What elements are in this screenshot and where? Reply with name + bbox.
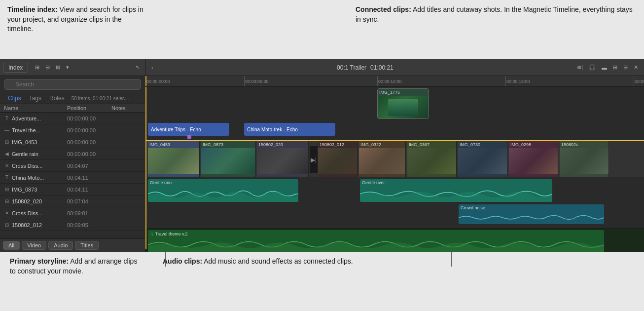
sidebar-btn-tag[interactable]: ⊟ — [43, 63, 52, 72]
ann-tr-title: Connected clips: — [356, 5, 411, 13]
ann-bl-title: Primary storyline: — [10, 257, 69, 265]
clip-row-1[interactable]: — Travel the... 00:00:00:00 — [0, 124, 145, 136]
timeline-toolbar: ‹ 00:1 Trailer 01:00:21 ≋| 🎧 ▬ ⊞ ⊟ ✕ — [145, 59, 644, 76]
sc1-label: IMG_0873 — [201, 141, 255, 148]
sidebar-btn-role[interactable]: ⊠ — [54, 63, 62, 72]
cc-china[interactable]: China Moto-trek - Echo — [244, 123, 335, 136]
connected-clips-bar: Adventure Trips - Echo China Moto-trek -… — [145, 120, 644, 138]
music-travel-theme[interactable]: ♫ Travel theme v.2 — [148, 230, 604, 252]
sc5-thumb — [407, 148, 456, 174]
col-pos: Position — [67, 105, 111, 111]
top-annotation-area: Timeline index: View and search for clip… — [0, 0, 644, 59]
clip-icon-9: ⊟ — [4, 222, 10, 228]
audio-gentle-rain[interactable]: Gentle rain — [148, 179, 298, 202]
story-clip-1[interactable]: IMG_0873 — [201, 141, 255, 177]
timeline-right-tools: ≋| 🎧 ▬ ⊞ ⊟ ✕ — [575, 63, 640, 72]
audio-gentle-river[interactable]: Gentle river — [360, 179, 552, 202]
story-clip-8[interactable]: 150802c — [560, 141, 609, 177]
tab-roles[interactable]: Roles — [45, 94, 69, 103]
sc2-label: 150802_020 — [257, 141, 308, 148]
annotation-bottom-left: Primary storyline: Add and arrange clips… — [0, 252, 153, 311]
clip-name-text-3: Gentle rain — [12, 151, 38, 157]
tl-btn-zoom[interactable]: ⊟ — [621, 63, 630, 72]
annotation-bottom-right: Audio clips: Add music and sound effects… — [153, 252, 644, 311]
clip-row-0[interactable]: T Adventure... 00:00:00:00 — [0, 113, 145, 124]
clip-row-8[interactable]: ✕ Cross Diss... 00:09:01 — [0, 207, 145, 219]
sc8-label: 150802c — [560, 141, 608, 148]
clip-icon-4: ✕ — [4, 163, 10, 168]
audio-gentle-river-label: Gentle river — [360, 179, 552, 186]
tl-btn-layout[interactable]: ⊞ — [611, 63, 619, 72]
img-1775-clip[interactable]: IMG_1775 — [377, 88, 429, 119]
search-bar — [4, 79, 141, 90]
ruler-line-3 — [505, 76, 506, 86]
filter-titles[interactable]: Titles — [75, 241, 99, 250]
filter-video[interactable]: Video — [22, 241, 46, 250]
sidebar-btn-more[interactable]: ▾ — [64, 63, 71, 72]
ann-tl-title: Timeline index: — [7, 5, 58, 13]
clip-icon-8: ✕ — [4, 210, 10, 216]
cc-adventure[interactable]: Adventure Trips - Echo — [148, 123, 229, 136]
sidebar-btn-clip[interactable]: ⊞ — [33, 63, 41, 72]
clip-icon-2: ⊟ — [4, 139, 10, 145]
cc-adventure-label: Adventure Trips - Echo — [151, 127, 201, 132]
filter-row: All Video Audio Titles — [0, 238, 145, 252]
clip-row-9[interactable]: ⊟ 150802_012 00:09:05 — [0, 219, 145, 231]
bottom-annotation-area: Primary storyline: Add and arrange clips… — [0, 252, 644, 311]
clip-name-text-5: China Moto... — [12, 175, 44, 181]
tab-tags[interactable]: Tags — [25, 94, 45, 103]
tl-btn-color[interactable]: ▬ — [600, 64, 609, 72]
ruler-mark-4: 00:00:20:00 — [634, 76, 644, 86]
index-tab[interactable]: Index — [3, 63, 28, 73]
tl-timecode: 01:00:21 — [370, 64, 394, 71]
audio-crowd-noise[interactable]: Crowd noise — [459, 204, 604, 224]
clip-row-4[interactable]: ✕ Cross Diss... 00:04:07 — [0, 160, 145, 172]
clip-name-4: ✕ Cross Diss... — [4, 163, 67, 169]
timeline-content[interactable]: 00:00:00:00 00:00:05:00 00:00:10:00 00:0… — [145, 76, 644, 252]
audio-crowd-wave — [459, 211, 604, 224]
clip-row-2[interactable]: ⊟ IMG_0453 00:00:00:00 — [0, 136, 145, 148]
story-clip-0[interactable]: IMG_0453 — [148, 141, 200, 177]
clip-name-8: ✕ Cross Diss... — [4, 210, 67, 216]
story-clip-6[interactable]: IMG_0730 — [458, 141, 507, 177]
timeline-playhead[interactable] — [145, 87, 146, 249]
clip-table-header: Name Position Notes — [0, 104, 145, 113]
sc6-thumb — [458, 148, 507, 174]
clip-row-7[interactable]: ⊟ 150802_020 00:07:04 — [0, 195, 145, 207]
audio-gentle-rain-wave — [148, 186, 298, 202]
story-clip-2[interactable]: 150802_020 — [257, 141, 309, 177]
tl-btn-close[interactable]: ✕ — [632, 63, 640, 72]
clip-pos-5: 00:04:11 — [67, 175, 111, 181]
tab-clips[interactable]: Clips — [4, 94, 25, 103]
ruler-mark-3: 00:00:15:00 — [505, 76, 530, 86]
clip-name-text-8: Cross Diss... — [12, 210, 42, 216]
clip-pos-2: 00:00:00:00 — [67, 139, 111, 145]
timeline-ruler: 00:00:00:00 00:00:05:00 00:00:10:00 00:0… — [145, 76, 644, 87]
clip-name-text-6: IMG_0873 — [12, 187, 37, 193]
clip-row-3[interactable]: ◀ Gentle rain 00:00:00:00 — [0, 148, 145, 160]
annotation-top-right: Connected clips: Add titles and cutaway … — [348, 0, 644, 59]
sidebar-btn-cursor[interactable]: ↖ — [134, 63, 142, 72]
sc2-thumb — [257, 148, 308, 174]
filter-audio[interactable]: Audio — [48, 241, 73, 250]
app-area: Index ⊞ ⊟ ⊠ ▾ ↖ Clips Tags Roles 50 item… — [0, 59, 644, 252]
tl-btn-waveform[interactable]: ≋| — [575, 63, 585, 72]
search-input[interactable] — [4, 79, 141, 90]
sc3-thumb — [318, 148, 357, 174]
tl-btn-back[interactable]: ‹ — [149, 64, 155, 72]
tl-btn-headphones[interactable]: 🎧 — [587, 63, 598, 72]
music-icon: ♫ — [150, 231, 154, 236]
story-clip-7[interactable]: IMG_0298 — [509, 141, 558, 177]
ruler-line-2 — [377, 76, 378, 86]
clip-icon-7: ⊟ — [4, 198, 10, 204]
clip-row-5[interactable]: T China Moto... 00:04:11 — [0, 172, 145, 184]
story-clip-3[interactable]: 150802_012 — [318, 141, 358, 177]
story-clip-5[interactable]: IMG_0367 — [407, 141, 457, 177]
story-clip-4[interactable]: IMG_0322 — [359, 141, 406, 177]
audio-row-1: Gentle rain Gentle river — [145, 179, 644, 204]
playhead[interactable] — [145, 76, 146, 86]
img-1775-thumb — [378, 96, 429, 119]
img-1775-label: IMG_1775 — [378, 89, 429, 96]
filter-all[interactable]: All — [3, 241, 20, 250]
clip-row-6[interactable]: ⊟ IMG_0873 00:04:11 — [0, 184, 145, 195]
